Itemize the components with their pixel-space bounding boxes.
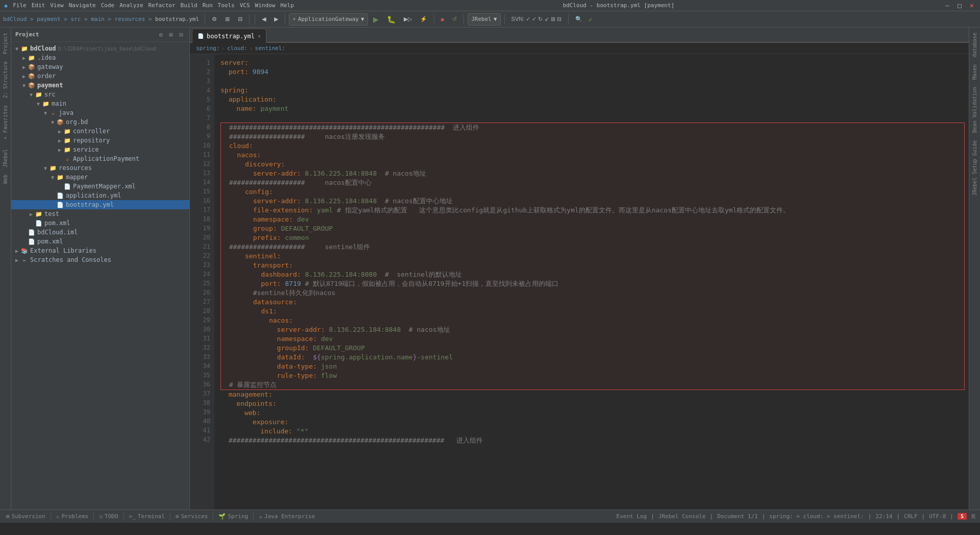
tree-item-payment[interactable]: ▼ 📦 payment xyxy=(11,81,189,90)
menu-view[interactable]: View xyxy=(50,2,64,9)
jrebel-console-item[interactable]: JRebel Console xyxy=(658,513,706,520)
expand-arrow[interactable]: ▶ xyxy=(13,248,20,254)
jrebel-tab[interactable]: JRebel xyxy=(1,146,10,171)
menu-window[interactable]: Window xyxy=(255,2,276,9)
jrebel-setup-tab[interactable]: JRebel Setup Guide xyxy=(970,137,979,199)
tab-bootstrap-yml[interactable]: 📄 bootstrap.yml ✕ xyxy=(192,29,266,43)
jrebel-dropdown[interactable]: JRebel ▼ xyxy=(468,13,500,26)
expand-arrow[interactable]: ▶ xyxy=(56,138,63,143)
tree-item-apppayment[interactable]: ▶ ☕ ApplicationPayment xyxy=(11,154,189,163)
search-everywhere-button[interactable]: 🔍 xyxy=(572,13,585,26)
tree-item-resources[interactable]: ▼ 📁 resources xyxy=(11,163,189,173)
sidebar-expand-icon[interactable]: ⊞ xyxy=(167,31,175,38)
todo-item[interactable]: ☑ TODO xyxy=(97,512,120,521)
tree-item-service[interactable]: ▶ 📁 service xyxy=(11,145,189,154)
tree-item-bdcloudiml[interactable]: ▶ 📄 bdCloud.iml xyxy=(11,228,189,237)
expand-arrow[interactable]: ▶ xyxy=(56,147,63,153)
menu-analyze[interactable]: Analyze xyxy=(119,2,143,9)
sogou-indicator[interactable]: S xyxy=(958,513,967,520)
code-content[interactable]: server: port: 9894 spring: application: … xyxy=(214,54,969,509)
maven-tab[interactable]: Maven xyxy=(970,61,979,83)
web-tab[interactable]: Web xyxy=(1,172,10,187)
crlf[interactable]: CRLF xyxy=(904,513,918,520)
java-enterprise-item[interactable]: ☕ Java Enterprise xyxy=(257,512,317,521)
sidebar-settings-icon[interactable]: ⚙ xyxy=(157,31,165,38)
expand-button[interactable]: ⊞ xyxy=(222,13,233,26)
expand-arrow[interactable]: ▶ xyxy=(28,211,35,217)
expand-arrow[interactable]: ▼ xyxy=(49,119,56,125)
tree-item-mapper[interactable]: ▼ 📁 mapper xyxy=(11,173,189,182)
tree-item-src[interactable]: ▼ 📁 src xyxy=(11,90,189,99)
terminal-item[interactable]: >_ Terminal xyxy=(127,512,167,521)
expand-arrow[interactable]: ▶ xyxy=(13,257,20,263)
tree-item-pom-root[interactable]: ▶ 📄 pom.xml xyxy=(11,237,189,246)
menu-tools[interactable]: Tools xyxy=(218,2,235,9)
tree-item-appyml[interactable]: ▶ 📄 application.yml xyxy=(11,191,189,200)
expand-arrow[interactable]: ▼ xyxy=(42,165,49,171)
menu-navigate[interactable]: Navigate xyxy=(69,2,96,9)
code-editor[interactable]: 1 2 3 4 5 6 7 8 9 10 11 12 13 14 15 16 1… xyxy=(190,54,969,509)
project-tab[interactable]: Project xyxy=(1,30,10,57)
forward-button[interactable]: ▶ xyxy=(271,13,281,26)
menu-run[interactable]: Run xyxy=(203,2,213,9)
expand-arrow[interactable]: ▼ xyxy=(28,92,35,98)
run-config-dropdown[interactable]: ⚡ ApplicationGateway ▼ xyxy=(289,13,368,26)
breadcrumb-spring[interactable]: spring: xyxy=(196,45,219,52)
bean-validation-tab[interactable]: Bean Validation xyxy=(970,84,979,136)
tree-item-external-libs[interactable]: ▶ 📚 External Libraries xyxy=(11,246,189,255)
expand-arrow[interactable]: ▼ xyxy=(49,175,56,180)
tree-item-java[interactable]: ▼ ☕ java xyxy=(11,108,189,117)
expand-arrow[interactable]: ▼ xyxy=(20,83,28,88)
stop-button[interactable]: ■ xyxy=(438,13,448,26)
expand-arrow[interactable]: ▶ xyxy=(56,129,63,134)
back-button[interactable]: ◀ xyxy=(259,13,269,26)
tree-item-scratches[interactable]: ▶ ✏ Scratches and Consoles xyxy=(11,255,189,264)
expand-arrow[interactable]: ▼ xyxy=(35,101,42,107)
encoding[interactable]: UTF-8 xyxy=(929,513,946,520)
tab-close-button[interactable]: ✕ xyxy=(258,33,261,39)
services-item[interactable]: ⚙ Services xyxy=(174,512,210,521)
database-tab[interactable]: database xyxy=(970,30,979,60)
expand-arrow[interactable]: ▶ xyxy=(20,55,28,61)
menu-file[interactable]: File xyxy=(13,2,27,9)
tree-item-main[interactable]: ▼ 📁 main xyxy=(11,99,189,108)
menu-help[interactable]: Help xyxy=(280,2,294,9)
expand-arrow[interactable]: ▶ xyxy=(20,74,28,79)
menu-edit[interactable]: Edit xyxy=(32,2,45,9)
tree-item-pom-payment[interactable]: ▶ 📄 pom.xml xyxy=(11,218,189,228)
settings-button[interactable]: ⚙ xyxy=(209,13,220,26)
config-button[interactable]: ⊟ xyxy=(235,13,246,26)
event-log-item[interactable]: Event Log xyxy=(617,513,647,520)
tree-item-repository[interactable]: ▶ 📁 repository xyxy=(11,136,189,145)
close-button[interactable]: ✕ xyxy=(968,2,976,9)
tree-item-idea[interactable]: ▶ 📁 .idea xyxy=(11,53,189,62)
menu-build[interactable]: Build xyxy=(181,2,198,9)
breadcrumb-cloud[interactable]: cloud: xyxy=(227,45,248,52)
spring-item[interactable]: 🌱 Spring xyxy=(216,512,250,521)
debug-button[interactable]: 🐛 xyxy=(384,13,399,26)
tree-item-test[interactable]: ▶ 📁 test xyxy=(11,209,189,218)
minimize-button[interactable]: – xyxy=(943,2,951,9)
breadcrumb-sentinel[interactable]: sentinel: xyxy=(255,45,285,52)
maximize-button[interactable]: □ xyxy=(955,2,964,9)
tree-item-bdcloud[interactable]: ▼ 📁 bdCloud D:\IDEAProject\java_base\bdC… xyxy=(11,44,189,53)
menu-refactor[interactable]: Refactor xyxy=(149,2,176,9)
profile-button[interactable]: ⚡ xyxy=(417,13,430,26)
tree-item-order[interactable]: ▶ 📦 order xyxy=(11,71,189,81)
problems-item[interactable]: ⚠ Problems xyxy=(54,512,91,521)
expand-arrow[interactable]: ▼ xyxy=(13,46,20,52)
coverage-button[interactable]: ▶▷ xyxy=(401,13,415,26)
menu-vcs[interactable]: VCS xyxy=(240,2,250,9)
tree-item-bootstrap[interactable]: ▶ 📄 bootstrap.yml xyxy=(11,200,189,209)
sidebar-collapse-icon[interactable]: ⊟ xyxy=(177,31,185,38)
tree-item-paymentmapper[interactable]: ▶ 📄 PaymentMapper.xml xyxy=(11,182,189,191)
expand-arrow[interactable]: ▶ xyxy=(20,64,28,70)
vcs-update-button[interactable]: SVN: ✓ ✓ ↻ ↙ ⊞ ⊟ xyxy=(508,13,565,26)
menu-code[interactable]: Code xyxy=(101,2,115,9)
favorites-tab[interactable]: ✭ Favorites xyxy=(1,102,10,144)
tree-item-orgbd[interactable]: ▼ 📦 org.bd xyxy=(11,117,189,127)
rerun-button[interactable]: ↺ xyxy=(449,13,460,26)
run-button[interactable]: ▶ xyxy=(370,13,382,26)
subversion-item[interactable]: ⊞ Subversion xyxy=(4,512,47,521)
tree-item-controller[interactable]: ▶ 📁 controller xyxy=(11,127,189,136)
